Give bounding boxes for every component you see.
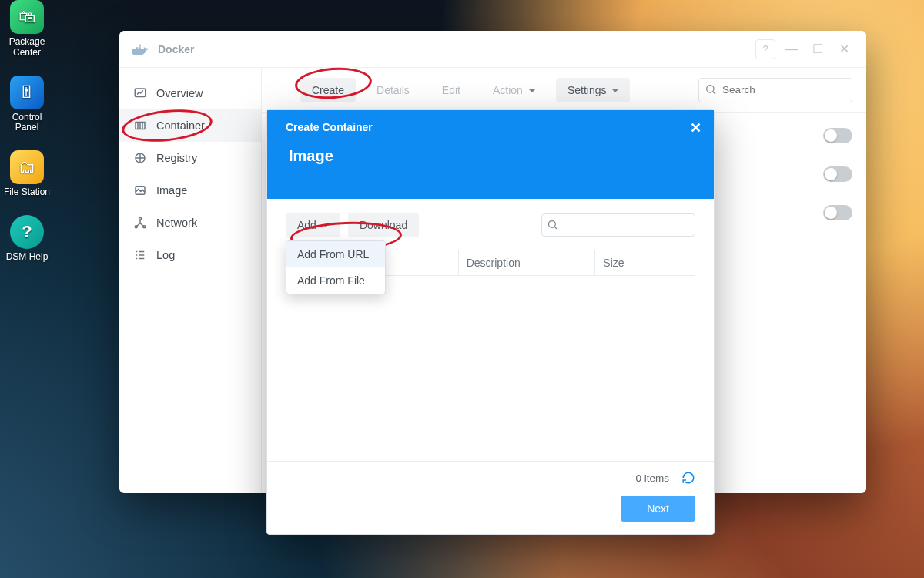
dialog-header: Create Container Image ✕ — [267, 110, 714, 199]
svg-point-7 — [707, 85, 714, 92]
desktop-icon-label: File Station — [4, 187, 50, 198]
add-from-file-item[interactable]: Add From File — [286, 267, 385, 294]
desktop-icon-package-center[interactable]: 🛍︎ PackageCenter — [0, 0, 54, 59]
container-toolbar: Create Details Edit Action Settings — [262, 68, 866, 113]
create-button[interactable]: Create — [300, 78, 356, 102]
container-toggle[interactable] — [823, 166, 852, 182]
sliders-icon: 🎚︎ — [10, 76, 44, 109]
dialog-search — [541, 213, 695, 237]
docker-whale-icon — [132, 42, 149, 56]
action-button[interactable]: Action — [481, 78, 547, 102]
sidebar-item-network[interactable]: Network — [119, 207, 261, 239]
refresh-icon[interactable] — [681, 471, 695, 485]
container-toggle[interactable] — [823, 128, 852, 143]
container-icon — [133, 119, 147, 133]
search-icon — [547, 219, 558, 230]
gauge-icon — [133, 86, 147, 100]
desktop-icons: 🛍︎ PackageCenter 🎚︎ Control Panel 🗂︎ Fil… — [0, 0, 54, 263]
sidebar-item-label: Container — [156, 119, 205, 132]
desktop-icon-file-station[interactable]: 🗂︎ File Station — [0, 150, 54, 198]
sidebar-item-label: Network — [156, 217, 197, 229]
desktop-icon-control-panel[interactable]: 🎚︎ Control Panel — [0, 76, 54, 134]
dialog-toolbar: Add Add From URL Add From File Download — [286, 213, 695, 237]
sidebar-item-label: Log — [156, 249, 175, 261]
edit-button[interactable]: Edit — [430, 78, 472, 102]
desktop-icon-label: PackageCenter — [9, 37, 45, 59]
chevron-down-icon — [527, 84, 535, 96]
desktop-icon-dsm-help[interactable]: ? DSM Help — [0, 215, 54, 263]
folder-icon: 🗂︎ — [10, 150, 44, 184]
next-button[interactable]: Next — [621, 496, 695, 522]
help-icon: ? — [10, 215, 44, 249]
create-container-dialog: Create Container Image ✕ Add Add From UR… — [266, 109, 715, 535]
sidebar-item-container[interactable]: Container — [119, 109, 261, 142]
sidebar-item-image[interactable]: Image — [119, 174, 261, 207]
window-maximize-button[interactable]: ☐ — [808, 39, 828, 59]
titlebar: Docker ? — ☐ ✕ — [119, 31, 866, 68]
add-dropdown: Add From URL Add From File — [286, 240, 386, 294]
list-icon — [133, 248, 147, 262]
chevron-down-icon — [321, 219, 329, 231]
sidebar-item-label: Image — [156, 184, 187, 197]
svg-point-4 — [139, 217, 142, 220]
settings-button[interactable]: Settings — [556, 78, 631, 102]
window-help-button[interactable]: ? — [755, 39, 775, 59]
add-button[interactable]: Add — [286, 213, 340, 237]
sidebar-item-overview[interactable]: Overview — [119, 77, 261, 109]
sidebar: Overview Container Registry Image Networ… — [119, 68, 262, 493]
chevron-down-icon — [611, 84, 618, 96]
dialog-footer: 0 items Next — [267, 461, 714, 534]
item-count: 0 items — [635, 472, 669, 484]
image-icon — [133, 183, 147, 197]
sidebar-item-label: Registry — [156, 152, 197, 164]
search-input[interactable] — [698, 78, 852, 102]
image-table-body — [286, 276, 695, 461]
col-size: Size — [594, 250, 695, 275]
package-icon: 🛍︎ — [10, 0, 44, 34]
container-toggle[interactable] — [823, 205, 852, 220]
search-icon — [705, 83, 717, 96]
desktop: 🛍︎ PackageCenter 🎚︎ Control Panel 🗂︎ Fil… — [0, 0, 924, 578]
sidebar-item-log[interactable]: Log — [119, 239, 261, 271]
registry-icon — [133, 151, 147, 165]
dialog-close-button[interactable]: ✕ — [690, 119, 701, 136]
sidebar-item-registry[interactable]: Registry — [119, 142, 261, 174]
details-button[interactable]: Details — [365, 78, 421, 102]
window-title: Docker — [158, 43, 194, 55]
network-icon — [133, 216, 147, 230]
toolbar-search — [698, 78, 852, 102]
desktop-icon-label: DSM Help — [6, 252, 49, 263]
dialog-search-input[interactable] — [541, 213, 695, 237]
desktop-icon-label: Control Panel — [0, 113, 54, 134]
col-description: Description — [458, 250, 595, 275]
window-close-button[interactable]: ✕ — [834, 39, 854, 59]
svg-point-8 — [549, 221, 556, 228]
dialog-title: Create Container — [286, 121, 700, 133]
add-from-url-item[interactable]: Add From URL — [286, 241, 385, 267]
dialog-step-title: Image — [289, 147, 700, 165]
download-button[interactable]: Download — [348, 213, 419, 237]
window-minimize-button[interactable]: — — [782, 39, 802, 59]
sidebar-item-label: Overview — [156, 87, 203, 99]
